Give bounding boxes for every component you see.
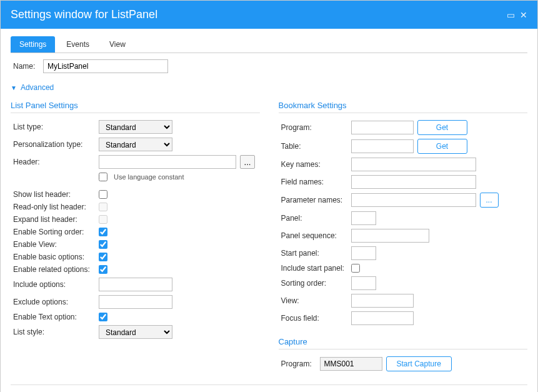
tabs: Settings Events View <box>11 29 527 53</box>
expand-header-checkbox <box>99 215 107 224</box>
start-capture-button[interactable]: Start Capture <box>386 356 452 371</box>
capture-program-label: Program: <box>279 359 316 368</box>
readonly-header-checkbox <box>99 203 107 211</box>
enable-basic-label: Enable basic options: <box>11 253 95 261</box>
name-input[interactable] <box>43 59 168 73</box>
caret-down-icon: ▼ <box>11 84 17 91</box>
window-title: Settings window for ListPanel <box>11 8 157 21</box>
list-style-select[interactable]: Standard <box>99 325 172 339</box>
pers-type-select[interactable]: Standard <box>99 138 172 151</box>
paramnames-input[interactable] <box>351 193 476 207</box>
show-header-checkbox[interactable] <box>99 190 107 199</box>
list-panel-title: List Panel Settings <box>11 98 260 113</box>
paramnames-browse-button[interactable]: ... <box>480 193 499 208</box>
includestart-checkbox[interactable] <box>351 264 360 273</box>
startpanel-input[interactable] <box>351 246 376 260</box>
readonly-header-label: Read-only list header: <box>11 203 95 211</box>
paramnames-label: Parameter names: <box>279 196 347 204</box>
panelseq-label: Panel sequence: <box>279 231 347 240</box>
enable-view-label: Enable View: <box>11 240 95 249</box>
lang-const-label: Use language constant <box>111 173 184 181</box>
table-get-button[interactable]: Get <box>417 139 467 154</box>
tab-settings[interactable]: Settings <box>11 36 55 53</box>
tab-events[interactable]: Events <box>57 36 98 53</box>
titlebar: Settings window for ListPanel ▭ ✕ <box>1 1 537 29</box>
capture-title: Capture <box>279 334 528 349</box>
list-type-label: List type: <box>11 123 95 131</box>
enable-text-checkbox[interactable] <box>99 313 107 321</box>
name-label: Name: <box>13 62 43 71</box>
header-input[interactable] <box>99 155 236 169</box>
keynames-label: Key names: <box>279 160 347 169</box>
program-label: Program: <box>279 123 347 132</box>
panelseq-input[interactable] <box>351 229 429 243</box>
program-input[interactable] <box>351 121 414 134</box>
exclude-opts-input[interactable] <box>99 295 172 309</box>
expand-header-label: Expand list header: <box>11 215 95 224</box>
show-header-label: Show list header: <box>11 190 95 199</box>
enable-view-checkbox[interactable] <box>99 240 107 249</box>
view-input[interactable] <box>351 294 414 308</box>
capture-program-input <box>320 357 382 371</box>
focusfield-label: Focus field: <box>279 314 347 323</box>
enable-related-checkbox[interactable] <box>99 265 107 274</box>
lang-const-checkbox[interactable] <box>99 173 107 181</box>
view-label: View: <box>279 296 347 305</box>
bookmark-title: Bookmark Settings <box>279 98 528 113</box>
close-icon[interactable]: ✕ <box>520 10 527 20</box>
fieldnames-input[interactable] <box>351 175 476 189</box>
startpanel-label: Start panel: <box>279 249 347 258</box>
table-input[interactable] <box>351 139 414 153</box>
enable-sorting-label: Enable Sorting order: <box>11 228 95 236</box>
include-opts-label: Include options: <box>11 280 95 289</box>
list-style-label: List style: <box>11 328 95 336</box>
enable-basic-checkbox[interactable] <box>99 253 107 261</box>
include-opts-input[interactable] <box>99 278 172 291</box>
enable-sorting-checkbox[interactable] <box>99 228 107 236</box>
pers-type-label: Personalization type: <box>11 140 95 149</box>
fieldnames-label: Field names: <box>279 178 347 186</box>
sortorder-label: Sorting order: <box>279 279 347 288</box>
includestart-label: Include start panel: <box>279 264 347 273</box>
exclude-opts-label: Exclude options: <box>11 298 95 306</box>
panel-input[interactable] <box>351 211 376 225</box>
list-type-select[interactable]: Standard <box>99 120 172 134</box>
table-label: Table: <box>279 142 347 151</box>
program-get-button[interactable]: Get <box>417 120 467 135</box>
enable-text-label: Enable Text option: <box>11 313 95 321</box>
keynames-input[interactable] <box>351 158 476 171</box>
sortorder-input[interactable] <box>351 276 376 290</box>
advanced-toggle[interactable]: ▼ Advanced <box>11 79 527 98</box>
header-browse-button[interactable]: ... <box>240 155 255 169</box>
panel-label: Panel: <box>279 214 347 223</box>
header-label: Header: <box>11 158 95 166</box>
tab-view[interactable]: View <box>101 36 134 53</box>
advanced-label: Advanced <box>21 83 54 92</box>
focusfield-input[interactable] <box>351 311 414 325</box>
enable-related-label: Enable related options: <box>11 265 95 274</box>
maximize-icon[interactable]: ▭ <box>507 10 515 20</box>
